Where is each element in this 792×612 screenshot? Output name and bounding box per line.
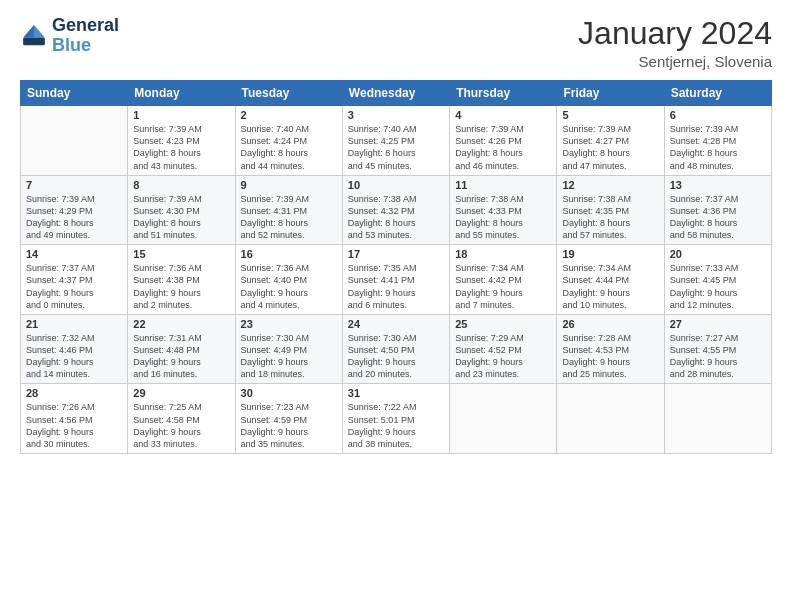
calendar-week-row: 1Sunrise: 7:39 AM Sunset: 4:23 PM Daylig… xyxy=(21,106,772,176)
calendar-cell: 27Sunrise: 7:27 AM Sunset: 4:55 PM Dayli… xyxy=(664,314,771,384)
day-number: 28 xyxy=(26,387,122,399)
calendar-cell: 7Sunrise: 7:39 AM Sunset: 4:29 PM Daylig… xyxy=(21,175,128,245)
calendar-cell: 10Sunrise: 7:38 AM Sunset: 4:32 PM Dayli… xyxy=(342,175,449,245)
calendar-cell: 14Sunrise: 7:37 AM Sunset: 4:37 PM Dayli… xyxy=(21,245,128,315)
calendar-day-header: Monday xyxy=(128,81,235,106)
logo: General Blue xyxy=(20,16,119,56)
day-number: 8 xyxy=(133,179,229,191)
day-number: 23 xyxy=(241,318,337,330)
cell-info: Sunrise: 7:39 AM Sunset: 4:30 PM Dayligh… xyxy=(133,193,229,242)
day-number: 30 xyxy=(241,387,337,399)
day-number: 21 xyxy=(26,318,122,330)
calendar-cell: 11Sunrise: 7:38 AM Sunset: 4:33 PM Dayli… xyxy=(450,175,557,245)
calendar-cell: 2Sunrise: 7:40 AM Sunset: 4:24 PM Daylig… xyxy=(235,106,342,176)
calendar-cell: 5Sunrise: 7:39 AM Sunset: 4:27 PM Daylig… xyxy=(557,106,664,176)
day-number: 12 xyxy=(562,179,658,191)
logo-text: General Blue xyxy=(52,16,119,56)
day-number: 15 xyxy=(133,248,229,260)
cell-info: Sunrise: 7:37 AM Sunset: 4:36 PM Dayligh… xyxy=(670,193,766,242)
calendar-cell: 13Sunrise: 7:37 AM Sunset: 4:36 PM Dayli… xyxy=(664,175,771,245)
calendar-day-header: Saturday xyxy=(664,81,771,106)
calendar-cell xyxy=(450,384,557,454)
calendar-cell xyxy=(664,384,771,454)
cell-info: Sunrise: 7:23 AM Sunset: 4:59 PM Dayligh… xyxy=(241,401,337,450)
cell-info: Sunrise: 7:36 AM Sunset: 4:40 PM Dayligh… xyxy=(241,262,337,311)
calendar-cell: 19Sunrise: 7:34 AM Sunset: 4:44 PM Dayli… xyxy=(557,245,664,315)
cell-info: Sunrise: 7:40 AM Sunset: 4:25 PM Dayligh… xyxy=(348,123,444,172)
header: General Blue January 2024 Sentjernej, Sl… xyxy=(20,16,772,70)
calendar-cell: 21Sunrise: 7:32 AM Sunset: 4:46 PM Dayli… xyxy=(21,314,128,384)
calendar-cell: 22Sunrise: 7:31 AM Sunset: 4:48 PM Dayli… xyxy=(128,314,235,384)
calendar-cell: 16Sunrise: 7:36 AM Sunset: 4:40 PM Dayli… xyxy=(235,245,342,315)
calendar-cell: 23Sunrise: 7:30 AM Sunset: 4:49 PM Dayli… xyxy=(235,314,342,384)
day-number: 13 xyxy=(670,179,766,191)
cell-info: Sunrise: 7:36 AM Sunset: 4:38 PM Dayligh… xyxy=(133,262,229,311)
day-number: 1 xyxy=(133,109,229,121)
day-number: 29 xyxy=(133,387,229,399)
cell-info: Sunrise: 7:34 AM Sunset: 4:44 PM Dayligh… xyxy=(562,262,658,311)
calendar-week-row: 14Sunrise: 7:37 AM Sunset: 4:37 PM Dayli… xyxy=(21,245,772,315)
day-number: 9 xyxy=(241,179,337,191)
location: Sentjernej, Slovenia xyxy=(578,53,772,70)
cell-info: Sunrise: 7:30 AM Sunset: 4:49 PM Dayligh… xyxy=(241,332,337,381)
cell-info: Sunrise: 7:39 AM Sunset: 4:26 PM Dayligh… xyxy=(455,123,551,172)
logo-icon xyxy=(20,22,48,50)
cell-info: Sunrise: 7:26 AM Sunset: 4:56 PM Dayligh… xyxy=(26,401,122,450)
day-number: 4 xyxy=(455,109,551,121)
calendar-cell: 4Sunrise: 7:39 AM Sunset: 4:26 PM Daylig… xyxy=(450,106,557,176)
calendar-cell: 24Sunrise: 7:30 AM Sunset: 4:50 PM Dayli… xyxy=(342,314,449,384)
cell-info: Sunrise: 7:30 AM Sunset: 4:50 PM Dayligh… xyxy=(348,332,444,381)
day-number: 11 xyxy=(455,179,551,191)
svg-marker-1 xyxy=(23,25,34,37)
calendar-cell: 30Sunrise: 7:23 AM Sunset: 4:59 PM Dayli… xyxy=(235,384,342,454)
day-number: 31 xyxy=(348,387,444,399)
title-section: January 2024 Sentjernej, Slovenia xyxy=(578,16,772,70)
page: General Blue January 2024 Sentjernej, Sl… xyxy=(0,0,792,612)
cell-info: Sunrise: 7:39 AM Sunset: 4:29 PM Dayligh… xyxy=(26,193,122,242)
calendar-day-header: Sunday xyxy=(21,81,128,106)
calendar-day-header: Tuesday xyxy=(235,81,342,106)
calendar-cell: 25Sunrise: 7:29 AM Sunset: 4:52 PM Dayli… xyxy=(450,314,557,384)
cell-info: Sunrise: 7:38 AM Sunset: 4:33 PM Dayligh… xyxy=(455,193,551,242)
day-number: 6 xyxy=(670,109,766,121)
cell-info: Sunrise: 7:27 AM Sunset: 4:55 PM Dayligh… xyxy=(670,332,766,381)
calendar-day-header: Thursday xyxy=(450,81,557,106)
calendar-cell: 8Sunrise: 7:39 AM Sunset: 4:30 PM Daylig… xyxy=(128,175,235,245)
svg-rect-2 xyxy=(23,37,45,45)
calendar-cell: 29Sunrise: 7:25 AM Sunset: 4:58 PM Dayli… xyxy=(128,384,235,454)
day-number: 16 xyxy=(241,248,337,260)
calendar-cell: 9Sunrise: 7:39 AM Sunset: 4:31 PM Daylig… xyxy=(235,175,342,245)
cell-info: Sunrise: 7:39 AM Sunset: 4:31 PM Dayligh… xyxy=(241,193,337,242)
cell-info: Sunrise: 7:25 AM Sunset: 4:58 PM Dayligh… xyxy=(133,401,229,450)
calendar-cell: 17Sunrise: 7:35 AM Sunset: 4:41 PM Dayli… xyxy=(342,245,449,315)
calendar-header-row: SundayMondayTuesdayWednesdayThursdayFrid… xyxy=(21,81,772,106)
calendar-week-row: 28Sunrise: 7:26 AM Sunset: 4:56 PM Dayli… xyxy=(21,384,772,454)
calendar-week-row: 7Sunrise: 7:39 AM Sunset: 4:29 PM Daylig… xyxy=(21,175,772,245)
cell-info: Sunrise: 7:38 AM Sunset: 4:35 PM Dayligh… xyxy=(562,193,658,242)
day-number: 20 xyxy=(670,248,766,260)
calendar-cell: 12Sunrise: 7:38 AM Sunset: 4:35 PM Dayli… xyxy=(557,175,664,245)
cell-info: Sunrise: 7:38 AM Sunset: 4:32 PM Dayligh… xyxy=(348,193,444,242)
calendar-week-row: 21Sunrise: 7:32 AM Sunset: 4:46 PM Dayli… xyxy=(21,314,772,384)
day-number: 24 xyxy=(348,318,444,330)
cell-info: Sunrise: 7:33 AM Sunset: 4:45 PM Dayligh… xyxy=(670,262,766,311)
calendar-cell: 3Sunrise: 7:40 AM Sunset: 4:25 PM Daylig… xyxy=(342,106,449,176)
day-number: 22 xyxy=(133,318,229,330)
calendar-cell: 15Sunrise: 7:36 AM Sunset: 4:38 PM Dayli… xyxy=(128,245,235,315)
calendar-day-header: Friday xyxy=(557,81,664,106)
cell-info: Sunrise: 7:29 AM Sunset: 4:52 PM Dayligh… xyxy=(455,332,551,381)
cell-info: Sunrise: 7:31 AM Sunset: 4:48 PM Dayligh… xyxy=(133,332,229,381)
calendar-cell xyxy=(21,106,128,176)
calendar-cell xyxy=(557,384,664,454)
calendar-cell: 1Sunrise: 7:39 AM Sunset: 4:23 PM Daylig… xyxy=(128,106,235,176)
day-number: 25 xyxy=(455,318,551,330)
calendar: SundayMondayTuesdayWednesdayThursdayFrid… xyxy=(20,80,772,454)
day-number: 19 xyxy=(562,248,658,260)
day-number: 14 xyxy=(26,248,122,260)
calendar-cell: 20Sunrise: 7:33 AM Sunset: 4:45 PM Dayli… xyxy=(664,245,771,315)
day-number: 18 xyxy=(455,248,551,260)
day-number: 2 xyxy=(241,109,337,121)
cell-info: Sunrise: 7:37 AM Sunset: 4:37 PM Dayligh… xyxy=(26,262,122,311)
calendar-cell: 31Sunrise: 7:22 AM Sunset: 5:01 PM Dayli… xyxy=(342,384,449,454)
day-number: 27 xyxy=(670,318,766,330)
